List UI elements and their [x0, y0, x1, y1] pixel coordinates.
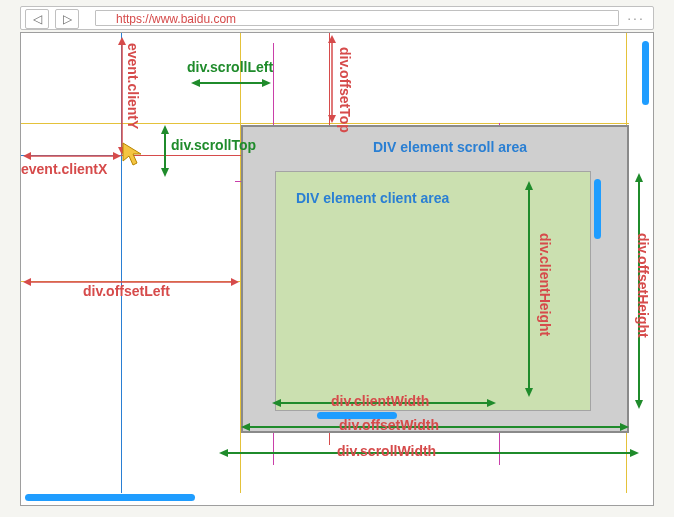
svg-marker-1 — [118, 37, 126, 45]
svg-marker-26 — [219, 449, 228, 457]
address-bar[interactable]: https://www.baidu.com — [95, 10, 619, 26]
svg-marker-11 — [161, 125, 169, 134]
arrow-event-clientX — [23, 151, 123, 161]
label-scrollLeft: div.scrollLeft — [187, 59, 273, 75]
diagram-stage: ◁ ▷ https://www.baidu.com ··· — [0, 0, 674, 517]
label-event-clientX: event.clientX — [21, 161, 107, 177]
svg-marker-15 — [328, 115, 336, 123]
arrow-offsetWidth — [241, 421, 629, 433]
svg-marker-14 — [328, 35, 336, 43]
arrow-event-clientY — [117, 37, 127, 157]
guide-offset-top-ref — [21, 123, 629, 124]
arrow-scrollWidth — [219, 447, 639, 459]
inner-scroll-thumb-v[interactable] — [594, 179, 601, 239]
more-menu-button[interactable]: ··· — [621, 7, 651, 29]
svg-marker-24 — [620, 423, 629, 431]
outer-scroll-thumb-h[interactable] — [25, 494, 195, 501]
svg-marker-5 — [113, 152, 121, 160]
browser-chrome: ◁ ▷ https://www.baidu.com ··· — [20, 6, 654, 30]
svg-marker-17 — [23, 278, 31, 286]
outer-scroll-thumb-v[interactable] — [642, 41, 649, 105]
client-area-title: DIV element client area — [296, 190, 449, 206]
arrow-offsetTop — [327, 35, 337, 125]
nav-buttons: ◁ ▷ — [25, 9, 79, 29]
scroll-area-title: DIV element scroll area — [373, 139, 527, 155]
forward-button[interactable]: ▷ — [55, 9, 79, 29]
browser-viewport: DIV element scroll area DIV element clie… — [20, 32, 654, 506]
inner-scroll-thumb-h[interactable] — [317, 412, 397, 419]
svg-marker-33 — [635, 400, 643, 409]
inner-scrollbar-vertical[interactable] — [594, 173, 601, 409]
svg-marker-8 — [191, 79, 200, 87]
div-scroll-area: DIV element scroll area DIV element clie… — [241, 125, 629, 433]
arrow-offsetHeight — [633, 173, 645, 409]
label-offsetTop: div.offsetTop — [337, 47, 353, 133]
cursor-icon — [121, 141, 147, 167]
inner-scrollbar-horizontal[interactable] — [277, 412, 591, 419]
arrow-clientWidth — [272, 397, 496, 409]
back-button[interactable]: ◁ — [25, 9, 49, 29]
svg-marker-23 — [241, 423, 250, 431]
arrow-clientHeight — [523, 181, 535, 397]
svg-marker-12 — [161, 168, 169, 177]
div-client-area: DIV element client area — [275, 171, 591, 411]
chevron-left-icon: ◁ — [33, 12, 42, 26]
label-event-clientY: event.clientY — [125, 43, 141, 129]
svg-marker-32 — [635, 173, 643, 182]
svg-marker-6 — [123, 143, 141, 165]
svg-marker-30 — [525, 388, 533, 397]
svg-marker-9 — [262, 79, 271, 87]
svg-marker-18 — [231, 278, 239, 286]
svg-marker-29 — [525, 181, 533, 190]
svg-marker-21 — [487, 399, 496, 407]
arrow-offsetLeft — [23, 277, 241, 287]
outer-scrollbar-horizontal[interactable] — [25, 494, 637, 501]
svg-marker-4 — [23, 152, 31, 160]
chevron-right-icon: ▷ — [63, 12, 72, 26]
svg-marker-27 — [630, 449, 639, 457]
arrow-scrollLeft — [191, 77, 271, 89]
arrow-scrollTop — [159, 125, 171, 177]
svg-marker-20 — [272, 399, 281, 407]
more-icon: ··· — [627, 10, 645, 26]
